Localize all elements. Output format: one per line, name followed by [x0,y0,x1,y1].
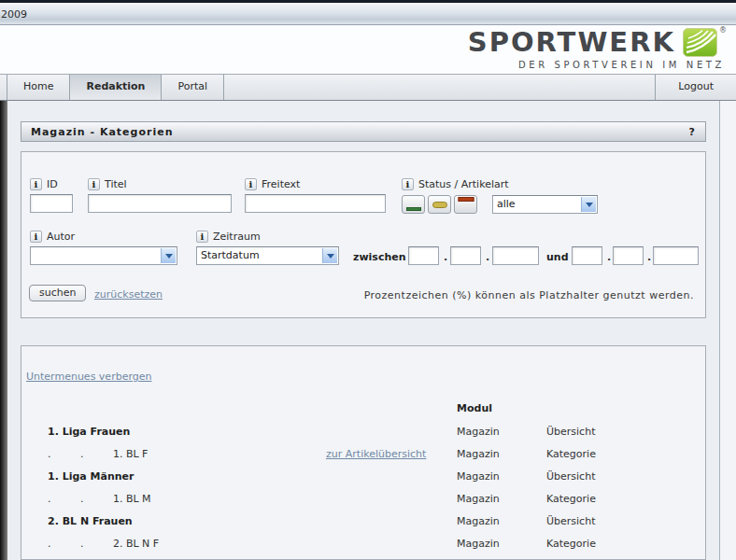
modul-cell: Magazin [457,421,500,443]
modul-cell: Magazin [457,511,500,533]
brand-logo: SPORTWERK ® DER SPORTVEREIN IM NETZ [468,28,727,70]
zur-artikeluebersicht-link[interactable]: zur Artikelübersicht [326,443,426,466]
suchen-button[interactable]: suchen [29,285,86,301]
freitext-input[interactable] [245,194,386,213]
main-nav: Home Redaktion Portal Logout [0,75,736,101]
brand-name: SPORTWERK [468,28,675,57]
category-label: . . 1. BL F [48,443,148,466]
status-field-group: i Status / Artikelart alle [402,178,701,215]
results-panel: Untermenues verbergen Modul 1. Liga Frau… [21,345,706,560]
info-icon[interactable]: i [402,178,414,190]
zwischen-label: zwischen [353,251,406,263]
nav-spacer [0,75,7,100]
date-to-year-input[interactable] [653,246,699,265]
category-label: . . 1. BL M [48,488,151,511]
id-input[interactable] [30,194,73,213]
chevron-down-icon [322,248,337,263]
id-field-group: i ID [30,178,73,213]
chevron-down-icon [161,248,176,263]
brand-header: SPORTWERK ® DER SPORTVEREIN IM NETZ [0,25,736,75]
info-icon[interactable]: i [30,178,42,190]
art-cell: Kategorie [546,533,596,555]
modul-column-header: Modul [457,402,492,414]
search-form-panel: i ID i Titel i Freitext i Status / Artik… [21,151,706,318]
registered-trademark: ® [719,26,727,35]
freitext-field-group: i Freitext [245,178,386,213]
date-from-month-input[interactable] [450,246,481,265]
logout-button[interactable]: Logout [655,75,736,100]
zeitraum-field-group: i Zeitraum Startdatum [196,231,339,265]
tab-home[interactable]: Home [7,75,70,100]
art-cell: Kategorie [546,488,596,511]
tab-redaktion[interactable]: Redaktion [70,75,162,100]
sportwerk-leaf-icon [683,28,717,57]
zeitraum-select[interactable]: Startdatum [196,246,339,265]
left-edge-strip [0,101,7,560]
category-label: 1. Liga Frauen [48,421,130,443]
freitext-label: Freitext [262,178,300,190]
zeitraum-label: Zeitraum [213,231,261,243]
table-header: Modul [21,402,705,421]
date-dot: . [486,251,489,263]
status-yellow-icon[interactable] [428,195,451,214]
titel-label: Titel [105,178,127,190]
zuruecksetzen-link[interactable]: zurücksetzen [94,288,163,301]
section-header: Magazin - Kategorien ? [21,121,706,142]
brand-tagline: DER SPORTVEREIN IM NETZ [468,60,727,70]
info-icon[interactable]: i [30,231,42,243]
titel-input[interactable] [88,194,232,213]
category-label: 2. BL N Frauen [48,511,133,533]
art-cell: Kategorie [546,443,596,466]
autor-label: Autor [47,231,75,243]
date-to-day-input[interactable] [572,246,602,265]
date-from-year-input[interactable] [492,246,539,265]
category-table: 1. Liga Frauen Magazin Übersicht . . 1. … [21,421,705,555]
tab-portal[interactable]: Portal [162,75,224,100]
chevron-down-icon [581,197,596,212]
art-cell: Übersicht [546,421,595,443]
modul-cell: Magazin [457,488,500,511]
category-label: . . 2. BL N F [48,533,159,555]
autor-field-group: i Autor [30,231,177,265]
titel-field-group: i Titel [88,178,232,213]
info-icon[interactable]: i [245,178,257,190]
und-label: und [546,251,569,263]
table-row: 1. Liga Frauen Magazin Übersicht [21,421,705,443]
right-margin [720,101,736,560]
modul-cell: Magazin [457,443,500,466]
date-to-month-input[interactable] [613,246,644,265]
info-icon[interactable]: i [88,178,100,190]
table-row: 2. BL N Frauen Magazin Übersicht [21,511,705,533]
page-title: Magazin - Kategorien [31,126,173,138]
status-red-icon[interactable] [454,195,477,214]
right-separator-line [719,101,720,560]
date-dot: . [607,251,611,263]
date-dot: . [647,251,651,263]
zeitraum-select-value: Startdatum [197,247,338,264]
info-icon[interactable]: i [196,231,208,243]
date-from-day-input[interactable] [408,246,439,265]
window-title: 2009 [1,8,27,21]
table-row: . . 1. BL M Magazin Kategorie [21,488,705,511]
status-green-icon[interactable] [402,195,425,214]
status-label: Status / Artikelart [418,178,509,190]
placeholder-hint: Prozentzeichen (%) können als Platzhalte… [364,289,694,301]
status-select[interactable]: alle [492,195,598,214]
help-button[interactable]: ? [689,126,696,138]
art-cell: Übersicht [546,466,595,488]
category-label: 1. Liga Männer [48,466,134,488]
id-label: ID [47,178,58,190]
date-dot: . [444,251,447,263]
table-row: . . 1. BL F zur Artikelübersicht Magazin… [21,443,705,466]
table-row: 1. Liga Männer Magazin Übersicht [21,466,705,488]
art-cell: Übersicht [546,511,595,533]
autor-select[interactable] [30,246,177,265]
modul-cell: Magazin [457,533,500,555]
untermenues-verbergen-link[interactable]: Untermenues verbergen [26,371,151,383]
table-row: . . 2. BL N F Magazin Kategorie [21,533,705,555]
modul-cell: Magazin [457,466,500,488]
window-titlebar: 2009 [0,0,736,25]
